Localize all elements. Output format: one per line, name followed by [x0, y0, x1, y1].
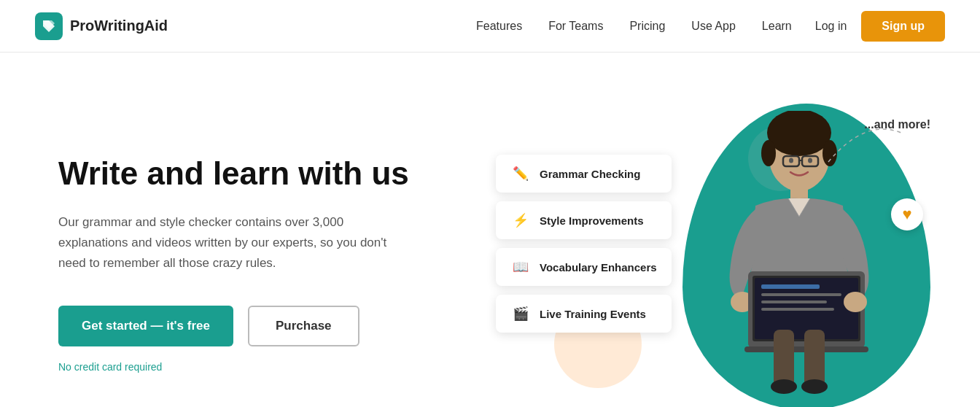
nav-learn[interactable]: Learn — [762, 20, 792, 32]
live-icon: 🎬 — [510, 303, 531, 324]
hero-description: Our grammar and style checker contains o… — [58, 212, 416, 274]
feature-card-grammar: ✏️ Grammar Checking — [496, 155, 672, 193]
svg-point-19 — [844, 292, 867, 312]
no-credit-text: No credit card required — [58, 361, 481, 373]
hero-left: Write and learn with us Our grammar and … — [58, 155, 481, 373]
brand-name: ProWritingAid — [70, 18, 168, 34]
purchase-button[interactable]: Purchase — [248, 306, 359, 346]
heart-badge: ♥ — [891, 198, 923, 230]
hero-title: Write and learn with us — [58, 155, 481, 193]
feature-card-vocab: 📖 Vocabulary Enhancers — [496, 248, 672, 286]
live-label: Live Training Events — [540, 308, 646, 320]
hero-right: ...and more! ♥ ✏️ Grammar Checking ⚡ Sty… — [481, 96, 945, 407]
grammar-label: Grammar Checking — [540, 168, 640, 180]
nav-pricing[interactable]: Pricing — [629, 20, 665, 32]
feature-card-live: 🎬 Live Training Events — [496, 295, 672, 333]
style-label: Style Improvements — [540, 214, 644, 227]
svg-point-2 — [761, 140, 776, 166]
navigation: ProWritingAid Features For Teams Pricing… — [0, 0, 980, 53]
logo-link[interactable]: ProWritingAid — [35, 12, 168, 40]
svg-point-7 — [789, 158, 793, 163]
logo-svg — [40, 18, 58, 35]
svg-point-23 — [801, 379, 828, 394]
grammar-icon: ✏️ — [510, 163, 531, 184]
and-more-label: ...and more! — [864, 118, 930, 131]
login-link[interactable]: Log in — [815, 20, 847, 33]
hero-buttons: Get started — it's free Purchase — [58, 306, 481, 346]
nav-use-app[interactable]: Use App — [691, 20, 735, 32]
vocab-label: Vocabulary Enhancers — [540, 261, 657, 274]
svg-point-22 — [771, 379, 797, 394]
style-icon: ⚡ — [510, 210, 531, 230]
nav-for-teams[interactable]: For Teams — [548, 20, 603, 32]
svg-point-8 — [808, 158, 812, 163]
svg-rect-15 — [761, 293, 841, 296]
svg-rect-14 — [761, 284, 820, 289]
vocab-icon: 📖 — [510, 257, 531, 277]
feature-card-style: ⚡ Style Improvements — [496, 201, 672, 239]
get-started-button[interactable]: Get started — it's free — [58, 306, 233, 346]
heart-icon: ♥ — [902, 205, 911, 224]
svg-rect-17 — [761, 308, 834, 311]
nav-links: Features For Teams Pricing Use App Learn — [476, 20, 792, 33]
hero-section: Write and learn with us Our grammar and … — [0, 53, 980, 407]
signup-button[interactable]: Sign up — [861, 11, 945, 42]
logo-icon — [35, 12, 63, 40]
nav-features[interactable]: Features — [476, 20, 522, 32]
feature-cards: ✏️ Grammar Checking ⚡ Style Improvements… — [496, 155, 672, 333]
svg-rect-16 — [761, 301, 827, 303]
